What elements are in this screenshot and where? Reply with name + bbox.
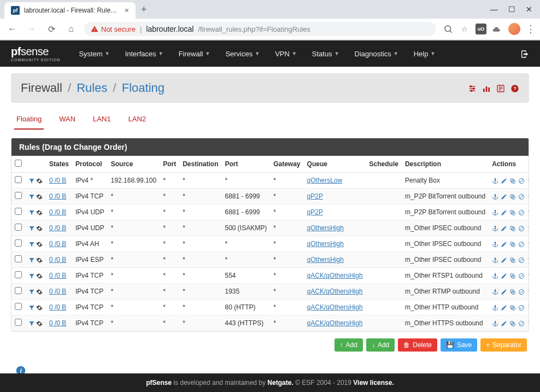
edit-icon[interactable] [501, 192, 507, 201]
disable-icon[interactable] [518, 256, 525, 264]
not-secure-badge[interactable]: Not secure [91, 25, 136, 33]
copy-icon[interactable] [509, 319, 516, 327]
gear-icon[interactable] [36, 288, 43, 295]
disable-icon[interactable] [518, 272, 525, 280]
log-icon[interactable] [496, 83, 505, 93]
browser-menu-icon[interactable]: ⋮ [526, 23, 535, 35]
states-link[interactable]: 0 /0 B [49, 272, 66, 279]
separator-button[interactable]: +Separator [480, 338, 527, 352]
anchor-icon[interactable] [492, 303, 498, 312]
row-checkbox[interactable] [15, 319, 22, 326]
trash-icon[interactable] [527, 319, 529, 327]
states-link[interactable]: 0 /0 B [49, 240, 66, 248]
edit-icon[interactable] [501, 240, 507, 248]
queue-link[interactable]: qOthersHigh [307, 240, 344, 248]
copy-icon[interactable] [509, 208, 516, 217]
gear-icon[interactable] [36, 240, 43, 248]
states-link[interactable]: 0 /0 B [49, 288, 66, 295]
edit-icon[interactable] [501, 272, 507, 280]
row-checkbox[interactable] [15, 208, 22, 215]
trash-icon[interactable] [527, 192, 529, 201]
close-window-icon[interactable]: ✕ [526, 6, 532, 13]
shield-ext-icon[interactable]: uO [476, 24, 486, 34]
copy-icon[interactable] [509, 272, 516, 280]
row-checkbox[interactable] [15, 224, 22, 231]
copy-icon[interactable] [509, 303, 516, 312]
gear-icon[interactable] [36, 272, 43, 279]
reload-icon[interactable]: ⟳ [45, 22, 58, 36]
row-checkbox[interactable] [15, 239, 22, 247]
edit-icon[interactable] [501, 288, 507, 296]
nav-item-diagnostics[interactable]: Diagnostics▼ [349, 46, 404, 61]
trash-icon[interactable] [527, 240, 529, 248]
anchor-icon[interactable] [492, 319, 498, 327]
nav-item-help[interactable]: Help▼ [408, 46, 441, 61]
copy-icon[interactable] [509, 224, 516, 232]
gear-icon[interactable] [36, 224, 43, 232]
trash-icon[interactable] [527, 224, 529, 232]
select-all-checkbox[interactable] [15, 160, 22, 167]
edit-icon[interactable] [501, 224, 507, 232]
home-icon[interactable]: ⌂ [64, 22, 78, 36]
queue-link[interactable]: qACK/qOthersHigh [307, 288, 363, 295]
disable-icon[interactable] [518, 303, 525, 312]
edit-icon[interactable] [501, 303, 507, 312]
gear-icon[interactable] [36, 192, 43, 200]
sliders-icon[interactable] [468, 83, 477, 93]
subtab-wan[interactable]: WAN [57, 109, 78, 130]
nav-item-system[interactable]: System▼ [73, 46, 115, 61]
anchor-icon[interactable] [492, 208, 498, 217]
subtab-floating[interactable]: Floating [14, 109, 44, 130]
anchor-icon[interactable] [492, 288, 498, 296]
queue-link[interactable]: qOthersLow [307, 177, 343, 184]
forward-icon[interactable]: → [25, 22, 38, 36]
row-checkbox[interactable] [15, 271, 22, 278]
subtab-lan1[interactable]: LAN1 [91, 109, 113, 130]
breadcrumb-floating[interactable]: Floating [122, 81, 165, 95]
subtab-lan2[interactable]: LAN2 [126, 109, 149, 130]
copy-icon[interactable] [509, 177, 516, 185]
nav-item-services[interactable]: Services▼ [220, 46, 265, 61]
nav-item-vpn[interactable]: VPN▼ [269, 46, 302, 61]
edit-icon[interactable] [501, 256, 507, 264]
row-checkbox[interactable] [15, 287, 22, 294]
gear-icon[interactable] [36, 208, 43, 216]
table-row[interactable]: 0 /0 B IPv4 TCP * * * 6881 - 6999 * qP2P… [11, 189, 529, 204]
disable-icon[interactable] [518, 192, 525, 201]
states-link[interactable]: 0 /0 B [49, 256, 66, 264]
nav-item-status[interactable]: Status▼ [307, 46, 345, 61]
edit-icon[interactable] [501, 319, 507, 327]
disable-icon[interactable] [518, 224, 525, 232]
license-link[interactable]: View license. [353, 379, 394, 387]
edit-icon[interactable] [501, 177, 507, 185]
add-bottom-button[interactable]: ↓Add [366, 338, 395, 352]
disable-icon[interactable] [518, 177, 525, 185]
gear-icon[interactable] [36, 303, 43, 311]
trash-icon[interactable] [527, 256, 529, 264]
gear-icon[interactable] [36, 319, 43, 327]
anchor-icon[interactable] [492, 192, 498, 201]
states-link[interactable]: 0 /0 B [49, 224, 66, 232]
table-row[interactable]: 0 /0 B IPv4 UDP * * * 6881 - 6999 * qP2P… [11, 204, 529, 220]
logo[interactable]: pfsense COMMUNITY EDITION [11, 45, 60, 62]
anchor-icon[interactable] [492, 177, 498, 185]
queue-link[interactable]: qACK/qOthersHigh [307, 319, 363, 327]
states-link[interactable]: 0 /0 B [49, 208, 66, 216]
browser-tab[interactable]: pf labrouter.local - Firewall: Rules: F … [4, 2, 136, 19]
table-row[interactable]: 0 /0 B IPv4 TCP * * * 1935 * qACK/qOther… [11, 284, 529, 300]
row-checkbox[interactable] [15, 176, 22, 183]
states-link[interactable]: 0 /0 B [49, 192, 66, 200]
avatar[interactable] [508, 23, 520, 35]
tab-close-icon[interactable]: × [125, 6, 129, 15]
table-row[interactable]: 0 /0 B IPv4 AH * * * * * qOthersHigh m_O… [11, 236, 529, 252]
breadcrumb-root[interactable]: Firewall [21, 81, 62, 95]
trash-icon[interactable] [527, 177, 529, 185]
queue-link[interactable]: qP2P [307, 192, 323, 200]
copy-icon[interactable] [509, 192, 516, 201]
table-row[interactable]: 0 /0 B IPv4 UDP * * * 500 (ISAKMP) * qOt… [11, 220, 529, 236]
add-top-button[interactable]: ↑Add [334, 338, 363, 352]
table-row[interactable]: 0 /0 B IPv4 TCP * * * 443 (HTTPS) * qACK… [11, 315, 529, 331]
states-link[interactable]: 0 /0 B [49, 177, 66, 184]
logout-icon[interactable] [520, 49, 529, 58]
row-checkbox[interactable] [15, 255, 22, 262]
